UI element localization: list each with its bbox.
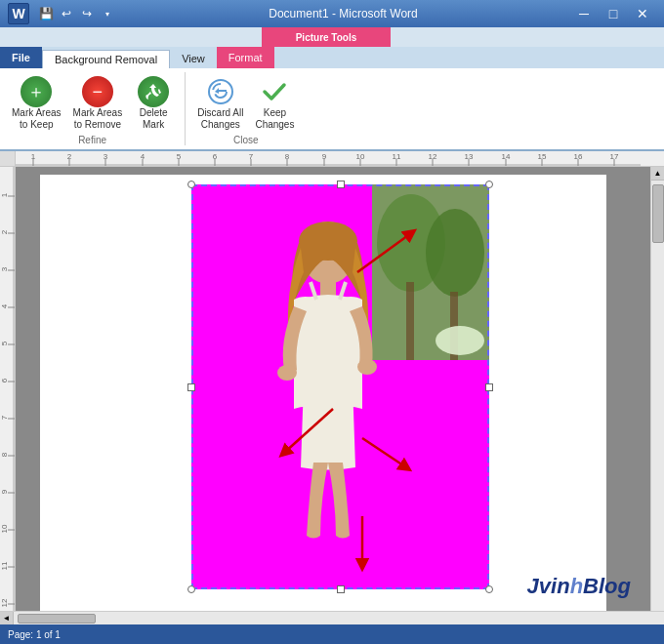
svg-text:1: 1 bbox=[0, 192, 9, 197]
redo-quick-btn[interactable]: ↪ bbox=[78, 5, 96, 22]
tab-view[interactable]: View bbox=[170, 49, 217, 68]
ribbon-group-close: Discard AllChanges KeepChanges Close bbox=[186, 72, 306, 145]
window-controls: ─ □ ✕ bbox=[570, 3, 656, 24]
svg-text:15: 15 bbox=[538, 152, 547, 161]
minimize-button[interactable]: ─ bbox=[570, 3, 598, 24]
scroll-left-btn[interactable]: ◄ bbox=[0, 612, 14, 625]
svg-text:10: 10 bbox=[0, 524, 9, 533]
refine-buttons: ＋ Mark Areasto Keep − Mark Areasto Remov… bbox=[8, 74, 177, 133]
tab-format[interactable]: Format bbox=[217, 47, 274, 68]
ribbon-content: ＋ Mark Areasto Keep − Mark Areasto Remov… bbox=[0, 68, 664, 151]
svg-text:7: 7 bbox=[249, 152, 254, 161]
v-ruler-svg: 1 2 3 4 5 6 7 8 9 10 11 bbox=[0, 167, 16, 611]
svg-text:9: 9 bbox=[0, 489, 9, 494]
watermark: J vin h Blog bbox=[527, 574, 631, 599]
image-selection-container[interactable] bbox=[191, 184, 489, 589]
close-buttons: Discard AllChanges KeepChanges bbox=[193, 74, 298, 133]
status-bar: Page: 1 of 1 bbox=[0, 624, 664, 644]
svg-text:2: 2 bbox=[0, 229, 9, 234]
svg-line-73 bbox=[357, 233, 411, 272]
horizontal-ruler: 1 2 3 4 5 6 7 8 9 bbox=[0, 151, 664, 167]
status-page-info: Page: 1 of 1 bbox=[8, 629, 61, 640]
maximize-button[interactable]: □ bbox=[600, 3, 627, 24]
scroll-thumb-v[interactable] bbox=[652, 184, 664, 243]
svg-text:16: 16 bbox=[574, 152, 583, 161]
tab-background-removal[interactable]: Background Removal bbox=[42, 50, 170, 69]
svg-text:11: 11 bbox=[0, 561, 9, 570]
refine-group-label: Refine bbox=[78, 135, 106, 145]
picture-tools-label: Picture Tools bbox=[262, 27, 391, 47]
ribbon-tab-row: File Background Removal View Format bbox=[0, 47, 664, 68]
svg-text:5: 5 bbox=[177, 152, 182, 161]
handle-left-mid[interactable] bbox=[187, 383, 195, 391]
mark-keep-icon: ＋ bbox=[21, 76, 52, 107]
handle-bottom-mid[interactable] bbox=[337, 585, 345, 593]
discard-label: Discard AllChanges bbox=[197, 107, 243, 131]
keep-icon bbox=[259, 76, 290, 107]
vertical-scrollbar[interactable]: ▲ bbox=[650, 167, 664, 611]
ribbon-context-label-strip: Picture Tools bbox=[0, 27, 664, 47]
handle-top-right[interactable] bbox=[485, 181, 493, 188]
svg-text:8: 8 bbox=[0, 452, 9, 457]
discard-icon bbox=[205, 76, 236, 107]
undo-quick-btn[interactable]: ↩ bbox=[58, 5, 75, 22]
delete-mark-icon bbox=[138, 76, 169, 107]
svg-text:13: 13 bbox=[465, 152, 474, 161]
handle-top-left[interactable] bbox=[187, 181, 195, 188]
title-bar: W 💾 ↩ ↪ ▾ Document1 - Microsoft Word ─ □… bbox=[0, 0, 664, 27]
svg-text:17: 17 bbox=[610, 152, 619, 161]
ribbon-group-refine: ＋ Mark Areasto Keep − Mark Areasto Remov… bbox=[0, 72, 186, 145]
svg-text:12: 12 bbox=[0, 598, 9, 607]
mark-remove-icon: − bbox=[82, 76, 113, 107]
handle-bottom-left[interactable] bbox=[187, 585, 195, 593]
tab-file[interactable]: File bbox=[0, 47, 42, 68]
svg-text:4: 4 bbox=[141, 152, 145, 161]
mark-keep-label: Mark Areasto Keep bbox=[12, 107, 62, 131]
word-app-icon: W bbox=[8, 3, 29, 24]
svg-text:11: 11 bbox=[393, 152, 401, 161]
app-window: W 💾 ↩ ↪ ▾ Document1 - Microsoft Word ─ □… bbox=[0, 0, 664, 644]
ruler-h-main: 1 2 3 4 5 6 7 8 9 bbox=[16, 151, 664, 166]
mark-areas-keep-button[interactable]: ＋ Mark Areasto Keep bbox=[8, 74, 65, 133]
arrows-svg bbox=[191, 184, 489, 589]
horizontal-scrollbar[interactable]: ◄ bbox=[0, 611, 664, 624]
svg-text:1: 1 bbox=[31, 152, 36, 161]
content-area: 1 2 3 4 5 6 7 8 9 10 11 bbox=[0, 167, 664, 611]
keep-label: KeepChanges bbox=[255, 107, 294, 131]
handle-right-mid[interactable] bbox=[485, 383, 493, 391]
svg-text:6: 6 bbox=[213, 152, 218, 161]
svg-line-75 bbox=[362, 438, 406, 467]
svg-line-74 bbox=[284, 409, 333, 453]
mark-areas-remove-button[interactable]: − Mark Areasto Remove bbox=[69, 74, 127, 133]
title-text: Document1 - Microsoft Word bbox=[116, 7, 570, 20]
svg-text:6: 6 bbox=[0, 378, 9, 382]
checkmark-icon bbox=[259, 76, 290, 107]
discard-all-changes-button[interactable]: Discard AllChanges bbox=[193, 74, 247, 133]
mark-remove-label: Mark Areasto Remove bbox=[73, 107, 123, 131]
watermark-j: J bbox=[527, 574, 539, 599]
quick-access-toolbar: 💾 ↩ ↪ ▾ bbox=[37, 5, 116, 22]
close-button[interactable]: ✕ bbox=[629, 3, 656, 24]
handle-bottom-right[interactable] bbox=[485, 585, 493, 593]
scroll-thumb-h[interactable] bbox=[18, 614, 96, 624]
watermark-blog: Blog bbox=[583, 574, 631, 599]
svg-text:14: 14 bbox=[502, 152, 511, 161]
svg-text:3: 3 bbox=[0, 266, 9, 271]
recycle-icon bbox=[143, 81, 164, 102]
svg-text:4: 4 bbox=[0, 303, 9, 308]
scroll-up-btn[interactable]: ▲ bbox=[651, 167, 665, 181]
save-quick-btn[interactable]: 💾 bbox=[37, 5, 55, 22]
customize-quick-btn[interactable]: ▾ bbox=[99, 5, 116, 22]
close-group-label: Close bbox=[233, 135, 259, 145]
delete-mark-label: DeleteMark bbox=[140, 107, 168, 131]
delete-mark-button[interactable]: DeleteMark bbox=[130, 74, 177, 133]
title-bar-left: W 💾 ↩ ↪ ▾ bbox=[8, 3, 116, 24]
watermark-vin: vin bbox=[539, 574, 570, 599]
watermark-h: h bbox=[570, 574, 583, 599]
vertical-ruler: 1 2 3 4 5 6 7 8 9 10 11 bbox=[0, 167, 16, 611]
ruler-corner bbox=[0, 151, 16, 166]
keep-changes-button[interactable]: KeepChanges bbox=[251, 74, 298, 133]
document-page bbox=[40, 175, 606, 611]
handle-top-mid[interactable] bbox=[337, 181, 345, 188]
document-scroll-area[interactable]: J vin h Blog bbox=[16, 167, 650, 611]
